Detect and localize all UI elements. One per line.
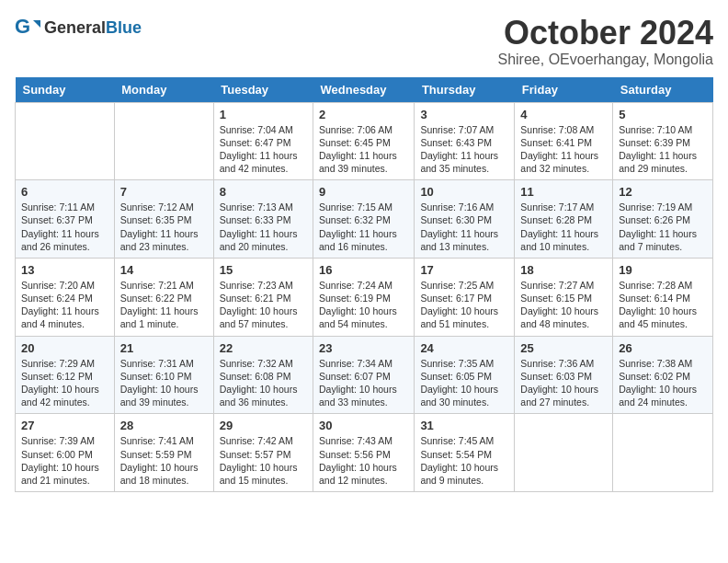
calendar-cell: 18Sunrise: 7:27 AM Sunset: 6:15 PM Dayli… [515, 258, 613, 336]
cell-day-number: 8 [220, 185, 307, 199]
calendar-table: SundayMondayTuesdayWednesdayThursdayFrid… [15, 77, 713, 492]
calendar-cell: 12Sunrise: 7:19 AM Sunset: 6:26 PM Dayli… [613, 180, 713, 259]
cell-info-text: Sunrise: 7:45 AM Sunset: 5:54 PM Dayligh… [420, 434, 508, 487]
cell-info-text: Sunrise: 7:12 AM Sunset: 6:35 PM Dayligh… [120, 201, 208, 253]
cell-info-text: Sunrise: 7:04 AM Sunset: 6:47 PM Dayligh… [220, 123, 307, 176]
weekday-header-sunday: Sunday [16, 77, 115, 103]
cell-info-text: Sunrise: 7:24 AM Sunset: 6:19 PM Dayligh… [319, 279, 408, 331]
weekday-header-wednesday: Wednesday [313, 77, 415, 103]
weekday-header-friday: Friday [515, 77, 613, 103]
cell-day-number: 21 [120, 341, 208, 355]
cell-info-text: Sunrise: 7:28 AM Sunset: 6:14 PM Dayligh… [619, 279, 707, 331]
cell-day-number: 27 [21, 419, 108, 432]
calendar-cell: 2Sunrise: 7:06 AM Sunset: 6:45 PM Daylig… [313, 102, 415, 180]
calendar-cell: 5Sunrise: 7:10 AM Sunset: 6:39 PM Daylig… [613, 102, 713, 180]
cell-day-number: 26 [619, 341, 707, 355]
cell-info-text: Sunrise: 7:08 AM Sunset: 6:41 PM Dayligh… [520, 123, 607, 176]
svg-marker-1 [33, 20, 40, 28]
cell-info-text: Sunrise: 7:07 AM Sunset: 6:43 PM Dayligh… [420, 123, 508, 176]
cell-day-number: 4 [520, 108, 607, 121]
calendar-cell: 26Sunrise: 7:38 AM Sunset: 6:02 PM Dayli… [613, 336, 713, 414]
cell-info-text: Sunrise: 7:17 AM Sunset: 6:28 PM Dayligh… [520, 201, 607, 253]
calendar-cell: 24Sunrise: 7:35 AM Sunset: 6:05 PM Dayli… [415, 336, 515, 414]
calendar-cell: 11Sunrise: 7:17 AM Sunset: 6:28 PM Dayli… [515, 180, 613, 259]
calendar-week-0: 1Sunrise: 7:04 AM Sunset: 6:47 PM Daylig… [16, 102, 713, 180]
calendar-cell: 1Sunrise: 7:04 AM Sunset: 6:47 PM Daylig… [213, 102, 313, 180]
cell-info-text: Sunrise: 7:32 AM Sunset: 6:08 PM Dayligh… [220, 357, 307, 409]
calendar-week-3: 20Sunrise: 7:29 AM Sunset: 6:12 PM Dayli… [16, 336, 713, 414]
cell-info-text: Sunrise: 7:38 AM Sunset: 6:02 PM Dayligh… [619, 357, 707, 409]
cell-info-text: Sunrise: 7:36 AM Sunset: 6:03 PM Dayligh… [520, 357, 607, 409]
calendar-cell: 8Sunrise: 7:13 AM Sunset: 6:33 PM Daylig… [213, 180, 313, 259]
cell-day-number: 31 [420, 419, 508, 432]
cell-info-text: Sunrise: 7:21 AM Sunset: 6:22 PM Dayligh… [120, 279, 208, 331]
calendar-cell: 9Sunrise: 7:15 AM Sunset: 6:32 PM Daylig… [313, 180, 415, 259]
cell-day-number: 25 [520, 341, 607, 355]
cell-day-number: 16 [319, 263, 408, 277]
cell-day-number: 24 [420, 341, 508, 355]
calendar-cell: 19Sunrise: 7:28 AM Sunset: 6:14 PM Dayli… [613, 258, 713, 336]
logo-icon: G [15, 15, 40, 40]
cell-info-text: Sunrise: 7:20 AM Sunset: 6:24 PM Dayligh… [21, 279, 108, 331]
cell-info-text: Sunrise: 7:34 AM Sunset: 6:07 PM Dayligh… [319, 357, 408, 409]
cell-info-text: Sunrise: 7:42 AM Sunset: 5:57 PM Dayligh… [220, 434, 307, 487]
calendar-cell: 10Sunrise: 7:16 AM Sunset: 6:30 PM Dayli… [415, 180, 515, 259]
logo-blue-text: Blue [106, 18, 142, 37]
calendar-cell: 27Sunrise: 7:39 AM Sunset: 6:00 PM Dayli… [16, 414, 115, 492]
cell-day-number: 11 [520, 185, 607, 199]
calendar-cell: 30Sunrise: 7:43 AM Sunset: 5:56 PM Dayli… [313, 414, 415, 492]
cell-day-number: 30 [319, 419, 408, 432]
calendar-cell: 14Sunrise: 7:21 AM Sunset: 6:22 PM Dayli… [114, 258, 213, 336]
calendar-week-1: 6Sunrise: 7:11 AM Sunset: 6:37 PM Daylig… [16, 180, 713, 259]
calendar-cell: 22Sunrise: 7:32 AM Sunset: 6:08 PM Dayli… [213, 336, 313, 414]
calendar-cell [114, 102, 213, 180]
cell-day-number: 1 [220, 108, 307, 121]
cell-day-number: 29 [220, 419, 307, 432]
logo: G GeneralBlue [15, 15, 142, 40]
cell-info-text: Sunrise: 7:19 AM Sunset: 6:26 PM Dayligh… [619, 201, 707, 253]
cell-day-number: 3 [420, 108, 508, 121]
cell-info-text: Sunrise: 7:11 AM Sunset: 6:37 PM Dayligh… [21, 201, 108, 253]
calendar-cell: 15Sunrise: 7:23 AM Sunset: 6:21 PM Dayli… [213, 258, 313, 336]
calendar-cell: 7Sunrise: 7:12 AM Sunset: 6:35 PM Daylig… [114, 180, 213, 259]
calendar-cell: 3Sunrise: 7:07 AM Sunset: 6:43 PM Daylig… [415, 102, 515, 180]
title-area: October 2024 Shiree, OEvoerhangay, Mongo… [497, 15, 713, 68]
cell-info-text: Sunrise: 7:35 AM Sunset: 6:05 PM Dayligh… [420, 357, 508, 409]
cell-info-text: Sunrise: 7:41 AM Sunset: 5:59 PM Dayligh… [120, 434, 208, 487]
cell-info-text: Sunrise: 7:06 AM Sunset: 6:45 PM Dayligh… [319, 123, 408, 176]
cell-day-number: 10 [420, 185, 508, 199]
calendar-cell: 16Sunrise: 7:24 AM Sunset: 6:19 PM Dayli… [313, 258, 415, 336]
cell-day-number: 22 [220, 341, 307, 355]
cell-day-number: 7 [120, 185, 208, 199]
cell-day-number: 28 [120, 419, 208, 432]
logo-general-text: General [44, 18, 106, 37]
calendar-cell: 21Sunrise: 7:31 AM Sunset: 6:10 PM Dayli… [114, 336, 213, 414]
calendar-cell: 6Sunrise: 7:11 AM Sunset: 6:37 PM Daylig… [16, 180, 115, 259]
cell-info-text: Sunrise: 7:25 AM Sunset: 6:17 PM Dayligh… [420, 279, 508, 331]
weekday-header-row: SundayMondayTuesdayWednesdayThursdayFrid… [16, 77, 713, 103]
cell-info-text: Sunrise: 7:16 AM Sunset: 6:30 PM Dayligh… [420, 201, 508, 253]
cell-day-number: 5 [619, 108, 707, 121]
cell-day-number: 18 [520, 263, 607, 277]
calendar-cell: 29Sunrise: 7:42 AM Sunset: 5:57 PM Dayli… [213, 414, 313, 492]
weekday-header-tuesday: Tuesday [213, 77, 313, 103]
cell-day-number: 9 [319, 185, 408, 199]
cell-day-number: 23 [319, 341, 408, 355]
cell-info-text: Sunrise: 7:29 AM Sunset: 6:12 PM Dayligh… [21, 357, 108, 409]
location-title: Shiree, OEvoerhangay, Mongolia [497, 52, 713, 68]
weekday-header-monday: Monday [114, 77, 213, 103]
calendar-cell [515, 414, 613, 492]
cell-info-text: Sunrise: 7:13 AM Sunset: 6:33 PM Dayligh… [220, 201, 307, 253]
calendar-cell: 4Sunrise: 7:08 AM Sunset: 6:41 PM Daylig… [515, 102, 613, 180]
cell-info-text: Sunrise: 7:31 AM Sunset: 6:10 PM Dayligh… [120, 357, 208, 409]
cell-day-number: 20 [21, 341, 108, 355]
calendar-cell: 25Sunrise: 7:36 AM Sunset: 6:03 PM Dayli… [515, 336, 613, 414]
cell-info-text: Sunrise: 7:43 AM Sunset: 5:56 PM Dayligh… [319, 434, 408, 487]
cell-info-text: Sunrise: 7:27 AM Sunset: 6:15 PM Dayligh… [520, 279, 607, 331]
cell-info-text: Sunrise: 7:10 AM Sunset: 6:39 PM Dayligh… [619, 123, 707, 176]
calendar-cell: 28Sunrise: 7:41 AM Sunset: 5:59 PM Dayli… [114, 414, 213, 492]
calendar-cell: 17Sunrise: 7:25 AM Sunset: 6:17 PM Dayli… [415, 258, 515, 336]
calendar-week-4: 27Sunrise: 7:39 AM Sunset: 6:00 PM Dayli… [16, 414, 713, 492]
calendar-cell: 13Sunrise: 7:20 AM Sunset: 6:24 PM Dayli… [16, 258, 115, 336]
cell-day-number: 13 [21, 263, 108, 277]
